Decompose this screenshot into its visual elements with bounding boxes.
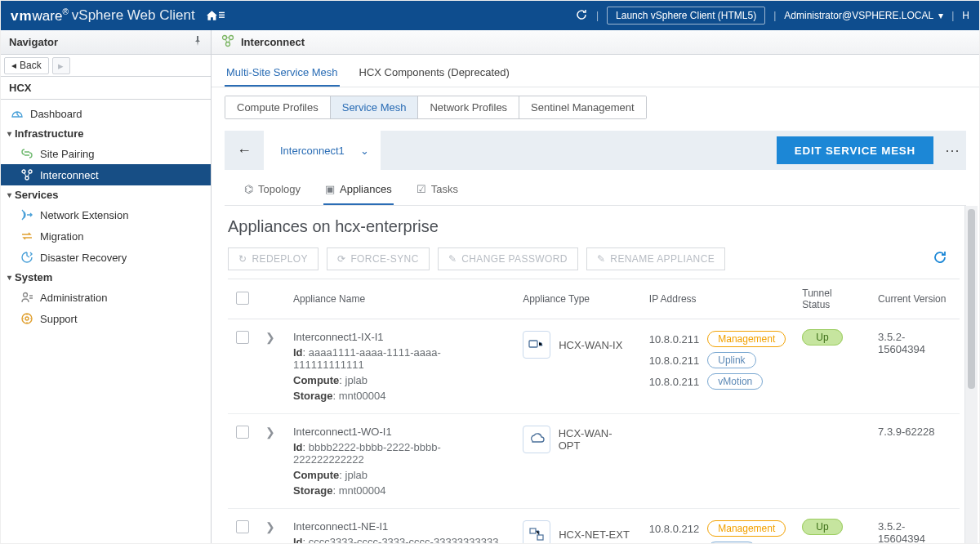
nav-dashboard[interactable]: Dashboard <box>1 103 211 124</box>
nav-item-network-extension[interactable]: Network Extension <box>1 204 211 225</box>
nav-item-label: Administration <box>40 292 107 304</box>
refresh-icon[interactable] <box>575 8 588 24</box>
mesh-tab-topology[interactable]: ⌬Topology <box>243 178 302 205</box>
tunnel-cell: Up <box>794 319 870 414</box>
expand-row[interactable]: ❯ <box>265 426 275 439</box>
more-actions-button[interactable]: ⋯ <box>938 141 966 159</box>
table-row: ❯Interconnect1-WO-I1Id: bbbb2222-bbbb-22… <box>228 414 960 509</box>
sub-tab-network-profiles[interactable]: Network Profiles <box>418 96 519 118</box>
nav-group-infrastructure[interactable]: ▾Infrastructure <box>1 124 211 143</box>
expand-row[interactable]: ❯ <box>265 520 275 533</box>
svg-rect-2 <box>219 16 225 17</box>
ip-row: 10.8.0.211Uplink <box>649 352 786 368</box>
appliances-table: Appliance NameAppliance TypeIP AddressTu… <box>228 279 960 543</box>
col-ip-address: IP Address <box>641 279 795 319</box>
nav-item-label: Disaster Recovery <box>40 252 127 264</box>
action-rename-appliance[interactable]: ✎RENAME APPLIANCE <box>586 247 725 270</box>
top-tabs: Multi-Site Service MeshHCX Components (D… <box>212 55 979 87</box>
action-redeploy[interactable]: ↻REDEPLOY <box>228 247 318 270</box>
appliances-title: Appliances on hcx-enterprise <box>228 217 978 236</box>
action-change-password[interactable]: ✎CHANGE PASSWORD <box>438 247 578 270</box>
content-scroll-area: Appliances on hcx-enterprise ↻REDEPLOY⟳F… <box>225 206 978 543</box>
sub-tab-service-mesh[interactable]: Service Mesh <box>331 96 419 118</box>
table-row: ❯Interconnect1-IX-I1Id: aaaa1111-aaaa-11… <box>228 319 960 414</box>
nav-group-system[interactable]: ▾System <box>1 268 211 287</box>
main-content: Interconnect Multi-Site Service MeshHCX … <box>212 30 979 543</box>
tunnel-status-badge: Up <box>802 519 842 535</box>
svg-point-8 <box>25 317 29 320</box>
col-current-version: Current Version <box>870 279 960 319</box>
nav-item-label: Interconnect <box>40 169 99 181</box>
row-checkbox[interactable] <box>236 520 249 533</box>
nav-item-icon <box>20 208 33 221</box>
help-link[interactable]: H <box>962 10 969 21</box>
table-row: ❯Interconnect1-NE-I1Id: cccc3333-cccc-33… <box>228 509 960 544</box>
nav-item-site-pairing[interactable]: Site Pairing <box>1 143 211 164</box>
topbar: vmware® vSphere Web Client | Launch vSph… <box>1 1 979 30</box>
scroll-thumb[interactable] <box>968 209 975 389</box>
svg-point-11 <box>226 42 230 47</box>
sub-tab-sentinel-management[interactable]: Sentinel Management <box>519 96 645 118</box>
nav-item-icon <box>20 168 33 181</box>
mesh-back-button[interactable]: ← <box>225 142 264 159</box>
mesh-selector[interactable]: Interconnect1 ⌄ <box>264 131 381 170</box>
pin-icon[interactable] <box>193 36 203 48</box>
svg-point-9 <box>223 36 227 40</box>
nav-item-icon <box>20 291 33 304</box>
nav-group-services[interactable]: ▾Services <box>1 185 211 204</box>
top-tab-multi-site-service-mesh[interactable]: Multi-Site Service Mesh <box>225 60 340 87</box>
svg-rect-0 <box>219 12 225 13</box>
row-checkbox[interactable] <box>236 426 249 439</box>
svg-point-4 <box>29 170 32 173</box>
refresh-button[interactable] <box>932 249 948 270</box>
caret-down-icon: ▾ <box>7 273 11 282</box>
edit-service-mesh-button[interactable]: EDIT SERVICE MESH <box>777 136 933 164</box>
scrollbar[interactable] <box>964 206 978 543</box>
col-appliance-name: Appliance Name <box>285 279 514 319</box>
nav-item-disaster-recovery[interactable]: Disaster Recovery <box>1 247 211 268</box>
version-cell: 3.5.2-15604394 <box>870 509 960 544</box>
col-appliance-type: Appliance Type <box>514 279 641 319</box>
nav-item-administration[interactable]: Administration <box>1 287 211 308</box>
version-cell: 3.5.2-15604394 <box>870 319 960 414</box>
nav-back-button[interactable]: ◂ Back <box>4 57 49 74</box>
select-all-checkbox[interactable] <box>236 292 249 305</box>
nav-item-icon <box>20 230 33 243</box>
nav-forward-button[interactable]: ▸ <box>52 57 70 74</box>
sub-tab-compute-profiles[interactable]: Compute Profiles <box>225 96 331 118</box>
nav-item-interconnect[interactable]: Interconnect <box>1 164 211 185</box>
nav-item-support[interactable]: Support <box>1 308 211 329</box>
appliance-actions: ↻REDEPLOY⟳FORCE-SYNC✎CHANGE PASSWORD✎REN… <box>228 247 964 270</box>
chevron-right-icon: ▸ <box>58 60 64 72</box>
appliance-name-cell: Interconnect1-WO-I1Id: bbbb2222-bbbb-222… <box>285 414 514 509</box>
caret-down-icon: ▾ <box>7 190 11 199</box>
appliance-name-cell: Interconnect1-NE-I1Id: cccc3333-cccc-333… <box>285 509 514 544</box>
expand-row[interactable]: ❯ <box>265 331 275 344</box>
appliance-name-cell: Interconnect1-IX-I1Id: aaaa1111-aaaa-111… <box>285 319 514 414</box>
nav-item-label: Network Extension <box>40 209 128 221</box>
action-force-sync[interactable]: ⟳FORCE-SYNC <box>327 247 430 270</box>
svg-rect-14 <box>537 535 543 540</box>
mesh-tabs: ⌬Topology▣Appliances☑Tasks <box>225 170 966 206</box>
launch-html5-button[interactable]: Launch vSphere Client (HTML5) <box>607 7 765 25</box>
mesh-tab-tasks[interactable]: ☑Tasks <box>415 178 460 205</box>
svg-rect-13 <box>530 528 536 533</box>
refresh-icon <box>932 249 948 265</box>
action-icon: ✎ <box>448 253 457 265</box>
home-icon[interactable] <box>207 8 225 23</box>
mesh-tab-appliances[interactable]: ▣Appliances <box>323 178 394 205</box>
nav-item-migration[interactable]: Migration <box>1 225 211 247</box>
ip-cell <box>641 414 795 509</box>
ip-tag: Uplink <box>707 542 755 543</box>
navigator-title: Navigator <box>1 30 211 55</box>
more-icon: ⋯ <box>945 142 960 158</box>
top-tab-hcx-components-deprecated-[interactable]: HCX Components (Deprecated) <box>358 60 511 87</box>
nav-item-icon <box>20 312 33 325</box>
arrow-left-icon: ← <box>237 142 252 159</box>
user-menu[interactable]: Administrator@VSPHERE.LOCAL ▾ <box>784 10 943 21</box>
mesh-toolbar: ← Interconnect1 ⌄ EDIT SERVICE MESH ⋯ <box>225 131 966 170</box>
row-checkbox[interactable] <box>236 331 249 344</box>
dashboard-icon <box>11 107 24 120</box>
appliance-type-cell: HCX-WAN-IX <box>514 319 641 414</box>
svg-point-10 <box>229 36 234 40</box>
